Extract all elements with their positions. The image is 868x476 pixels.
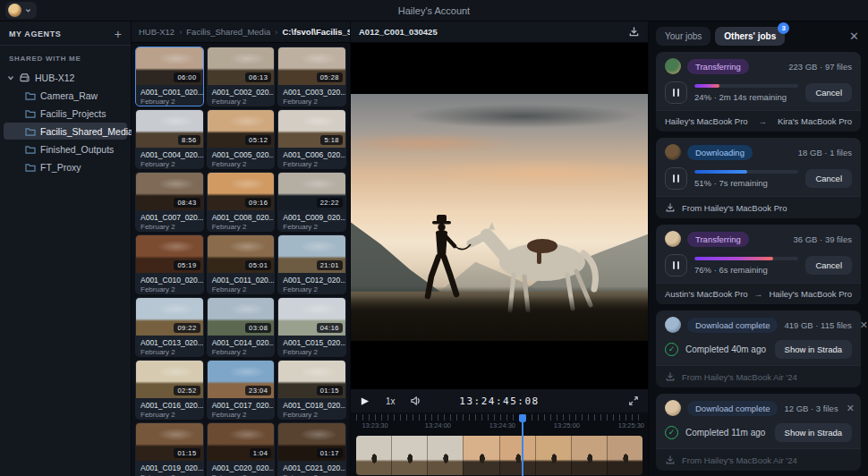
- fullscreen-button[interactable]: [628, 395, 639, 406]
- progress-track: [694, 257, 798, 260]
- timeline: 13:23:3013:24:0013:24:3013:25:0013:25:30: [351, 414, 648, 476]
- clip-name: A001_C011_020...: [208, 273, 275, 285]
- tree-item-facilis-shared-media[interactable]: Facilis_Shared_Media: [4, 123, 127, 140]
- clip-date: February 2: [208, 222, 275, 232]
- clip-card-a001-c008-020-[interactable]: 09:16A001_C008_020...February 2: [207, 172, 276, 232]
- chevron-down-icon: [7, 74, 14, 81]
- clip-card-a001-c001-020-[interactable]: 06:00A001_C001_020...February 2: [135, 47, 204, 106]
- play-button[interactable]: [360, 396, 370, 406]
- clip-name: A001_C015_020...: [278, 336, 345, 347]
- clip-title: A012_C001_030425: [359, 27, 438, 37]
- tree-item-hub-x12[interactable]: HUB-X12: [4, 69, 127, 86]
- clip-thumbnail: 06:13: [208, 47, 275, 85]
- speed-button[interactable]: 1x: [386, 396, 396, 406]
- folder-icon: [25, 109, 36, 118]
- cancel-button[interactable]: Cancel: [805, 169, 852, 188]
- clip-duration: 21:01: [317, 260, 343, 270]
- clip-card-a001-c006-020-[interactable]: 5:18A001_C006_020...February 2: [277, 109, 346, 169]
- job-progress-row: 76% · 6s remainingCancel: [656, 251, 861, 283]
- clip-thumbnail: 09:22: [136, 298, 203, 336]
- tree-item-ft-proxy[interactable]: FT_Proxy: [4, 158, 127, 175]
- progress-column: 24% · 2m 14s remaining: [694, 84, 798, 102]
- clip-card-a001-c002-020-[interactable]: 06:13A001_C002_020...February 2: [207, 47, 276, 106]
- chevron-down-icon: [25, 7, 31, 13]
- clip-card-a001-c014-020-[interactable]: 03:08A001_C014_020...February 2: [207, 297, 276, 357]
- pause-button[interactable]: [665, 254, 687, 276]
- job-footer: From Hailey's MacBook Pro: [656, 196, 861, 218]
- breadcrumb-item[interactable]: HUB-X12: [139, 27, 174, 37]
- pause-button[interactable]: [665, 167, 687, 190]
- tree-item-finished-outputs[interactable]: Finished_Outputs: [4, 140, 127, 157]
- volume-button[interactable]: [410, 395, 421, 406]
- clip-card-a001-c013-020-[interactable]: 09:22A001_C013_020...February 2: [135, 297, 204, 357]
- source-device: From Hailey's MacBook Air '24: [682, 372, 797, 382]
- clip-thumbnail: 05:01: [208, 235, 275, 273]
- clip-date: February 2: [208, 472, 275, 476]
- ruler-time-label: 13:24:30: [489, 421, 515, 429]
- top-bar: Hailey's Account: [0, 0, 868, 21]
- show-in-strada-button[interactable]: Show in Strada: [775, 423, 852, 442]
- breadcrumb: HUB-X12›Facilis_Shared_Media›C:\fsvol\Fa…: [132, 21, 350, 43]
- breadcrumb-item[interactable]: C:\fsvol\Facilis_Shared_Media\West: [282, 27, 350, 37]
- account-avatar: [8, 4, 21, 17]
- clip-card-a001-c015-020-[interactable]: 04:16A001_C015_020...February 2: [277, 297, 346, 357]
- dismiss-job-button[interactable]: ✕: [858, 319, 868, 331]
- download-button[interactable]: [628, 26, 640, 38]
- job-status-badge: Download complete: [687, 318, 778, 333]
- clip-date: February 2: [136, 472, 203, 476]
- video-frame[interactable]: [351, 43, 648, 389]
- clip-name: A001_C006_020...: [278, 148, 345, 159]
- user-avatar: [665, 58, 681, 74]
- timeline-ruler[interactable]: 13:23:3013:24:0013:24:3013:25:0013:25:30: [356, 414, 642, 434]
- cancel-button[interactable]: Cancel: [805, 83, 852, 102]
- clip-card-a001-c012-020-[interactable]: 21:01A001_C012_020...February 2: [277, 234, 346, 294]
- clip-duration: 06:00: [174, 72, 200, 82]
- user-avatar: [665, 317, 681, 333]
- tree-item-facilis-projects[interactable]: Facilis_Projects: [4, 105, 127, 122]
- clip-card-a001-c009-020-[interactable]: 22:22A001_C009_020...February 2: [277, 172, 346, 232]
- clip-duration: 8:56: [178, 135, 200, 145]
- shared-with-me-heading: SHARED WITH ME: [0, 46, 131, 68]
- close-jobs-button[interactable]: ✕: [849, 30, 859, 43]
- clip-card-a001-c004-020-[interactable]: 8:56A001_C004_020...February 2: [135, 109, 204, 169]
- clip-card-a001-c011-020-[interactable]: 05:01A001_C011_020...February 2: [207, 234, 276, 294]
- clip-card-a001-c017-020-[interactable]: 23:04A001_C017_020...February 2: [207, 360, 276, 420]
- add-agent-button[interactable]: +: [115, 30, 122, 38]
- tree-item-camera-raw[interactable]: Camera_Raw: [4, 87, 127, 104]
- pause-button[interactable]: [665, 81, 687, 104]
- job-size-files: 419 GB · 115 files: [784, 320, 851, 330]
- clip-card-a001-c019-020-[interactable]: 01:15A001_C019_020...February 2: [135, 422, 204, 476]
- ruler-time-label: 13:23:30: [362, 421, 387, 429]
- clip-duration: 01:15: [317, 386, 343, 395]
- clip-card-a001-c003-020-[interactable]: 05:28A001_C003_020...February 2: [277, 47, 346, 106]
- clip-name: A001_C010_020...: [136, 273, 203, 285]
- clip-card-a001-c005-020-[interactable]: 05:12A001_C005_020...February 2: [207, 109, 276, 169]
- jobs-panel: Your jobsOthers' jobs3 ✕ Transferring223…: [649, 21, 868, 476]
- clip-card-a001-c007-020-[interactable]: 08:43A001_C007_020...February 2: [135, 172, 204, 232]
- dismiss-job-button[interactable]: ✕: [845, 403, 855, 414]
- account-menu[interactable]: [5, 2, 37, 19]
- pause-bar: [673, 261, 675, 269]
- clip-card-a001-c020-020-[interactable]: 1:04A001_C020_020...February 2: [207, 422, 276, 476]
- job-size-files: 12 GB · 3 files: [784, 404, 838, 413]
- cancel-button[interactable]: Cancel: [805, 256, 852, 275]
- download-icon: [665, 455, 676, 465]
- user-avatar: [665, 144, 681, 160]
- download-icon: [665, 202, 676, 213]
- show-in-strada-button[interactable]: Show in Strada: [775, 340, 852, 359]
- clip-card-a001-c010-020-[interactable]: 05:19A001_C010_020...February 2: [135, 234, 204, 294]
- clip-thumbnail: 01:15: [136, 423, 203, 461]
- clip-card-a001-c021-020-[interactable]: 01:17A001_C021_020...February 2: [277, 422, 346, 476]
- playhead[interactable]: [522, 414, 523, 476]
- tab-your-jobs[interactable]: Your jobs: [656, 27, 711, 46]
- progress-info: 24% · 2m 14s remaining: [694, 92, 798, 102]
- clip-card-a001-c016-020-[interactable]: 02:52A001_C016_020...February 2: [135, 360, 204, 420]
- breadcrumb-item[interactable]: Facilis_Shared_Media: [186, 27, 270, 37]
- clip-card-a001-c018-020-[interactable]: 01:15A001_C018_020...February 2: [277, 360, 346, 420]
- video-player: A012_C001_030425: [351, 21, 648, 476]
- clip-thumbnail: 09:16: [208, 173, 275, 210]
- filmstrip[interactable]: [356, 436, 642, 475]
- job-footer: From Hailey's MacBook Air '24: [656, 365, 861, 387]
- tab-others-jobs[interactable]: Others' jobs3: [715, 27, 785, 46]
- tree-item-label: HUB-X12: [35, 72, 74, 83]
